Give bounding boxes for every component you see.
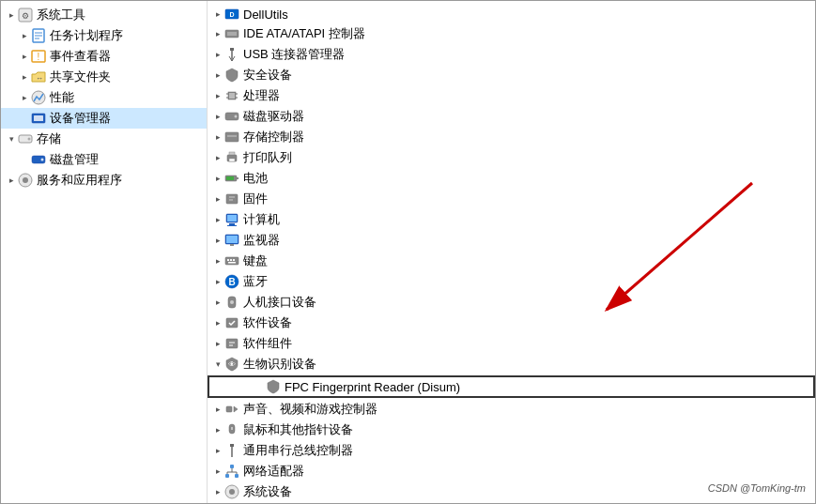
ch-bluetooth bbox=[211, 275, 224, 288]
ch-network bbox=[211, 465, 224, 478]
right-battery[interactable]: 电池 bbox=[208, 168, 815, 189]
icon-battery bbox=[224, 171, 239, 186]
icon-bio: 👁 bbox=[224, 357, 239, 372]
svg-point-13 bbox=[28, 138, 31, 141]
right-keyboard[interactable]: 键盘 bbox=[208, 251, 815, 271]
ch-serial bbox=[211, 444, 224, 457]
svg-text:👁: 👁 bbox=[228, 360, 236, 369]
right-print[interactable]: 打印队列 bbox=[208, 147, 815, 168]
ch-print bbox=[211, 151, 224, 164]
icon-perf bbox=[31, 90, 46, 105]
left-event-viewer[interactable]: ! 事件查看器 bbox=[1, 46, 207, 67]
right-hid[interactable]: 人机接口设备 bbox=[208, 292, 815, 313]
left-disk-mgmt[interactable]: 磁盘管理 bbox=[1, 149, 207, 170]
left-services[interactable]: 服务和应用程序 bbox=[1, 170, 207, 191]
icon-security bbox=[224, 68, 239, 83]
right-bluetooth[interactable]: B 蓝牙 bbox=[208, 271, 815, 292]
left-share-label: 共享文件夹 bbox=[50, 69, 111, 85]
svg-text:↔: ↔ bbox=[36, 74, 43, 83]
icon-network bbox=[224, 464, 239, 479]
right-ide-label: IDE ATA/ATAPI 控制器 bbox=[243, 25, 365, 42]
right-fpc-row[interactable]: FPC Fingerprint Reader (Disum) bbox=[208, 375, 815, 398]
ch-monitor bbox=[211, 234, 224, 247]
right-security[interactable]: 安全设备 bbox=[208, 65, 815, 85]
icon-mouse bbox=[224, 422, 239, 437]
right-network-label: 网络适配器 bbox=[243, 463, 304, 480]
right-computer[interactable]: 计算机 bbox=[208, 209, 815, 230]
svg-rect-72 bbox=[235, 474, 239, 478]
svg-rect-48 bbox=[226, 236, 238, 243]
chevron-share bbox=[18, 70, 31, 84]
icon-services bbox=[18, 173, 33, 188]
right-harddisk[interactable]: 磁盘驱动器 bbox=[208, 106, 815, 127]
right-firmware-label: 固件 bbox=[243, 191, 268, 207]
device-manager-window: ⚙ 系统工具 任务计划程序 ! 事件查看器 bbox=[0, 0, 816, 504]
right-soft-dev[interactable]: 软件设备 bbox=[208, 313, 815, 333]
left-shared-folder[interactable]: ↔ 共享文件夹 bbox=[1, 67, 207, 87]
icon-ide bbox=[224, 26, 239, 41]
icon-processor bbox=[224, 88, 239, 103]
right-monitor-label: 监视器 bbox=[243, 232, 280, 249]
chevron-services bbox=[5, 174, 18, 187]
right-processor-label: 处理器 bbox=[243, 87, 280, 104]
svg-text:B: B bbox=[228, 277, 235, 287]
right-harddisk-label: 磁盘驱动器 bbox=[243, 108, 304, 125]
content-area: ⚙ 系统工具 任务计划程序 ! 事件查看器 bbox=[1, 1, 815, 503]
ch-dellutils bbox=[211, 8, 224, 21]
ch-security bbox=[211, 69, 224, 82]
svg-rect-39 bbox=[226, 176, 234, 180]
right-usb[interactable]: USB 连接器管理器 bbox=[208, 44, 815, 65]
right-soft-dev-label: 软件设备 bbox=[243, 314, 292, 331]
left-disk-label: 磁盘管理 bbox=[50, 151, 99, 168]
icon-bluetooth: B bbox=[224, 274, 239, 289]
ch-storage-ctrl bbox=[211, 130, 224, 144]
icon-system-tools: ⚙ bbox=[18, 8, 33, 23]
left-system-tools[interactable]: ⚙ 系统工具 bbox=[1, 5, 207, 25]
right-bluetooth-label: 蓝牙 bbox=[243, 273, 268, 290]
right-mouse[interactable]: 鼠标和其他指针设备 bbox=[208, 420, 815, 440]
left-storage-label: 存储 bbox=[37, 130, 61, 147]
right-monitor[interactable]: 监视器 bbox=[208, 230, 815, 251]
icon-soft-dev bbox=[224, 315, 239, 330]
ch-processor bbox=[211, 89, 224, 102]
right-panel: D DellUtils IDE ATA/ATAPI 控制器 USB 连接器管理器 bbox=[208, 1, 815, 503]
ch-audio-video bbox=[211, 403, 224, 416]
left-event-label: 事件查看器 bbox=[50, 48, 111, 65]
left-storage[interactable]: 存储 bbox=[1, 129, 207, 149]
svg-rect-11 bbox=[34, 115, 43, 121]
svg-rect-35 bbox=[229, 152, 235, 155]
svg-rect-68 bbox=[230, 444, 234, 447]
left-device-manager[interactable]: 设备管理器 bbox=[1, 108, 207, 129]
icon-share: ↔ bbox=[31, 69, 46, 84]
watermark: CSDN @TomKing-tm bbox=[708, 482, 806, 494]
left-panel[interactable]: ⚙ 系统工具 任务计划程序 ! 事件查看器 bbox=[1, 1, 208, 503]
right-network[interactable]: 网络适配器 bbox=[208, 461, 815, 481]
right-soft-comp[interactable]: 软件组件 bbox=[208, 333, 815, 354]
icon-usb bbox=[224, 47, 239, 62]
svg-rect-64 bbox=[226, 406, 232, 412]
svg-rect-25 bbox=[229, 93, 235, 99]
icon-soft-comp bbox=[224, 336, 239, 351]
icon-print bbox=[224, 150, 239, 165]
left-task-scheduler[interactable]: 任务计划程序 bbox=[1, 25, 207, 46]
left-task-label: 任务计划程序 bbox=[50, 27, 123, 44]
icon-computer bbox=[224, 212, 239, 227]
left-services-label: 服务和应用程序 bbox=[37, 172, 122, 189]
right-dellutils[interactable]: D DellUtils bbox=[208, 5, 815, 23]
right-serial[interactable]: 通用串行总线控制器 bbox=[208, 440, 815, 461]
right-soft-comp-label: 软件组件 bbox=[243, 335, 292, 352]
right-audio-video-label: 声音、视频和游戏控制器 bbox=[243, 401, 377, 418]
svg-rect-51 bbox=[227, 259, 229, 261]
right-processor[interactable]: 处理器 bbox=[208, 85, 815, 106]
icon-disk bbox=[31, 152, 46, 167]
left-performance[interactable]: 性能 bbox=[1, 87, 207, 108]
right-ide[interactable]: IDE ATA/ATAPI 控制器 bbox=[208, 23, 815, 44]
chevron-task bbox=[18, 29, 31, 42]
right-storage-ctrl[interactable]: 存储控制器 bbox=[208, 127, 815, 147]
ch-harddisk bbox=[211, 110, 224, 123]
right-firmware[interactable]: 固件 bbox=[208, 189, 815, 209]
right-bio[interactable]: 👁 生物识别设备 bbox=[208, 354, 815, 374]
right-display[interactable]: 显示适配器 bbox=[208, 502, 815, 503]
right-audio-video[interactable]: 声音、视频和游戏控制器 bbox=[208, 399, 815, 420]
ch-sys-dev bbox=[211, 485, 224, 498]
